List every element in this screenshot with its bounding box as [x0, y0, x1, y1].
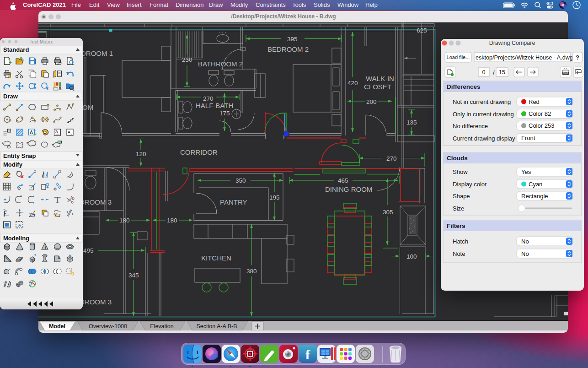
svg-text:Entity Snap: Entity Snap — [3, 152, 36, 159]
svg-text:15: 15 — [499, 69, 505, 76]
svg-text:195: 195 — [269, 194, 280, 201]
svg-text:Model: Model — [49, 323, 65, 330]
svg-text:No difference: No difference — [453, 123, 488, 130]
svg-text:200: 200 — [366, 98, 377, 105]
svg-text:Cyan: Cyan — [529, 181, 542, 188]
svg-text:135: 135 — [406, 119, 417, 126]
svg-text:Show: Show — [453, 168, 468, 175]
svg-text:OM: OM — [82, 103, 93, 111]
svg-text:DINING ROOM: DINING ROOM — [325, 185, 372, 193]
svg-text:BEDROOM 2: BEDROOM 2 — [267, 45, 309, 53]
svg-text:DROOM 3: DROOM 3 — [80, 198, 112, 206]
svg-text:230: 230 — [182, 56, 192, 63]
svg-text:Clouds: Clouds — [447, 155, 468, 162]
svg-text:Elevation: Elevation — [150, 323, 173, 330]
svg-text:380: 380 — [246, 268, 257, 275]
svg-text:Color 82: Color 82 — [529, 110, 551, 117]
svg-text:395: 395 — [287, 36, 298, 43]
svg-text:Differences: Differences — [447, 83, 481, 90]
svg-text:Front: Front — [521, 135, 535, 141]
svg-text:270: 270 — [203, 95, 214, 102]
svg-text:CORRIDOR: CORRIDOR — [180, 148, 218, 156]
svg-text:Color 253: Color 253 — [529, 122, 554, 129]
svg-text:Size: Size — [453, 205, 464, 212]
svg-text:Yes: Yes — [521, 168, 531, 175]
svg-text:Section A-A B-B: Section A-A B-B — [197, 323, 237, 330]
svg-text:esktop/Projects/Witzek House -: esktop/Projects/Witzek House - A.dwg — [476, 54, 573, 61]
svg-text:DROOM 3: DROOM 3 — [80, 298, 112, 306]
svg-text:Load file...: Load file... — [447, 54, 470, 60]
svg-text:Overview-1000: Overview-1000 — [89, 323, 127, 330]
svg-text:420: 420 — [347, 80, 358, 87]
svg-text:100: 100 — [406, 253, 417, 260]
svg-text:Not in current drawing: Not in current drawing — [453, 98, 511, 105]
svg-text:Rectangle: Rectangle — [521, 193, 548, 200]
svg-text:No: No — [521, 250, 529, 257]
svg-text:Only in current drawing: Only in current drawing — [453, 111, 514, 118]
svg-text:PANTRY: PANTRY — [220, 198, 247, 206]
svg-text:DROOM 1: DROOM 1 — [81, 49, 113, 57]
svg-text:?: ? — [576, 54, 579, 61]
svg-text:/: / — [493, 69, 495, 76]
svg-text:DWG: DWG — [563, 72, 568, 75]
svg-text:Standard: Standard — [3, 46, 29, 53]
svg-text:120: 120 — [136, 151, 146, 157]
svg-text:CLOSET: CLOSET — [364, 83, 391, 91]
svg-text:Draw: Draw — [3, 93, 18, 100]
svg-text:f: f — [305, 347, 310, 362]
svg-text:Drawing Compare: Drawing Compare — [489, 40, 535, 46]
svg-text:BATHROOM 2: BATHROOM 2 — [198, 60, 243, 68]
svg-text:Hatch: Hatch — [453, 238, 468, 245]
svg-text:0: 0 — [482, 69, 486, 76]
svg-text:495: 495 — [83, 247, 94, 254]
svg-text:Display color: Display color — [453, 181, 487, 188]
svg-text:305: 305 — [383, 209, 393, 216]
svg-text:No: No — [521, 238, 529, 245]
svg-text:465: 465 — [338, 177, 348, 184]
svg-text:180: 180 — [167, 217, 177, 224]
svg-text:Filters: Filters — [447, 222, 465, 229]
svg-text:WALK-IN: WALK-IN — [366, 75, 394, 82]
svg-text:Red: Red — [529, 98, 540, 105]
svg-text:180: 180 — [119, 217, 130, 224]
svg-text:KITCHEN: KITCHEN — [201, 254, 231, 262]
svg-text:HALF-BATH: HALF-BATH — [196, 102, 233, 109]
svg-text:Tool Matrix: Tool Matrix — [30, 39, 53, 44]
svg-text:Note: Note — [453, 250, 465, 257]
svg-text:Modeling: Modeling — [3, 235, 29, 242]
svg-text:Shape: Shape — [453, 193, 470, 200]
svg-text:175: 175 — [219, 110, 230, 117]
svg-text:270: 270 — [386, 155, 397, 162]
svg-text:625: 625 — [417, 27, 427, 34]
svg-text:350: 350 — [235, 177, 246, 184]
svg-text:Current drawing display: Current drawing display — [453, 135, 515, 142]
svg-text:Modify: Modify — [3, 161, 23, 168]
svg-text:345: 345 — [128, 272, 139, 279]
